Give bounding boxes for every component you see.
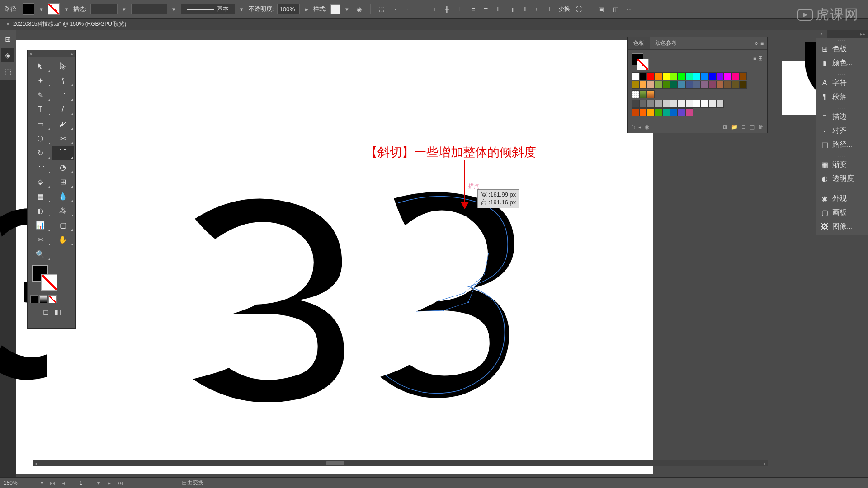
artboard-number[interactable]: 1 [71, 480, 91, 486]
scroll-left-icon[interactable]: ◂ [33, 460, 39, 466]
swatch-color[interactable] [670, 72, 678, 80]
crop-icon[interactable]: ⬚ [376, 4, 387, 14]
pen-tool[interactable]: ✎ [29, 88, 51, 102]
scroll-right-icon[interactable]: ▸ [761, 460, 768, 466]
stroke-weight-dd[interactable]: ▾ [121, 6, 127, 13]
edit-swatch-icon[interactable]: ◫ [750, 124, 755, 130]
swatch-color[interactable] [716, 72, 724, 80]
transform-icon[interactable]: ⛶ [574, 4, 585, 14]
brush-dd[interactable]: ▾ [239, 6, 245, 13]
swatch-color[interactable] [685, 72, 693, 80]
swatch-color[interactable] [655, 100, 662, 108]
swatch-color[interactable] [701, 100, 708, 108]
horizontal-scrollbar[interactable]: ◂ ▸ [33, 460, 768, 466]
zoom-dd[interactable]: ▾ [39, 480, 45, 486]
opacity-dd[interactable]: ▸ [303, 6, 310, 13]
swatch-color[interactable] [685, 100, 693, 108]
artboard-dd-icon[interactable]: ▾ [95, 479, 102, 487]
dock-gradient[interactable]: ▦渐变 [816, 158, 868, 172]
panel-menu-icon[interactable]: ≡ [760, 40, 764, 47]
shaper-tool[interactable]: ⬡ [29, 131, 51, 145]
symbol-sprayer-tool[interactable]: ⁂ [52, 204, 74, 217]
swatch-color[interactable] [739, 72, 747, 80]
tab-swatches[interactable]: 色板 [628, 37, 650, 49]
prev-artboard-icon[interactable]: ◂ [60, 479, 67, 487]
tab-close-icon[interactable]: × [6, 21, 9, 28]
tab-color-guide[interactable]: 颜色参考 [650, 37, 682, 49]
swatch-color[interactable] [693, 81, 701, 89]
swatch-color[interactable] [662, 100, 670, 108]
swatch-color[interactable] [632, 108, 639, 116]
stroke-swatch[interactable] [48, 3, 60, 15]
magic-wand-tool[interactable]: ✦ [29, 74, 51, 87]
swatch-color[interactable] [708, 72, 716, 80]
swatch-color[interactable] [701, 81, 708, 89]
brush-preview[interactable]: 基本 [181, 4, 235, 14]
dock-stroke[interactable]: ≡描边 [816, 110, 868, 124]
panel-collapse-icon[interactable]: » [755, 40, 758, 47]
swatch-color[interactable] [632, 72, 639, 80]
dist-7-icon[interactable]: ⫲ [544, 4, 555, 14]
dock-character[interactable]: A字符 [816, 76, 868, 90]
shape-builder-tool[interactable]: ◔ [52, 160, 74, 174]
gradient-tool[interactable]: ▦ [29, 189, 51, 203]
swatch-color[interactable] [701, 72, 708, 80]
last-artboard-icon[interactable]: ⏭ [117, 479, 124, 487]
list-view-icon[interactable]: ≡ [753, 55, 756, 61]
swatch-color[interactable] [685, 108, 693, 116]
draw-behind-icon[interactable]: ◧ [52, 307, 62, 317]
swatch-color[interactable] [655, 81, 662, 89]
profile-input[interactable] [131, 4, 167, 14]
new-group-icon[interactable]: ⊞ [723, 124, 727, 130]
fill-swatch[interactable] [23, 3, 34, 15]
style-swatch[interactable] [330, 4, 340, 14]
perspective-tool[interactable]: ⬙ [29, 175, 51, 188]
dock-transparency[interactable]: ◐透明度 [816, 172, 868, 186]
swatch-color[interactable] [678, 72, 685, 80]
align-top-icon[interactable]: ⟂ [429, 4, 440, 14]
new-folder-icon[interactable]: 📁 [731, 124, 738, 130]
dock-handle[interactable] [816, 72, 868, 76]
swatch-color[interactable] [708, 81, 716, 89]
swatch-color[interactable] [693, 100, 701, 108]
swatch-color[interactable] [639, 100, 647, 108]
free-transform-tool[interactable]: ⛶ [52, 146, 74, 160]
style-dd[interactable]: ▾ [344, 6, 350, 13]
swatch-color[interactable] [739, 81, 747, 89]
swatch-color[interactable] [647, 81, 655, 89]
dist-5-icon[interactable]: ⫵ [519, 4, 530, 14]
blend-tool[interactable]: ◐ [29, 204, 51, 217]
dist-4-icon[interactable]: ⫼ [507, 4, 518, 14]
swatch-color[interactable] [655, 72, 662, 80]
dock-artboards[interactable]: ▢画板 [816, 206, 868, 220]
dist-6-icon[interactable]: ⫶ [532, 4, 542, 14]
opacity-input[interactable] [277, 4, 300, 14]
arrange-icon[interactable]: ◫ [610, 4, 621, 14]
swatch-color[interactable] [693, 72, 701, 80]
slice-tool[interactable]: ✄ [29, 233, 51, 246]
draw-normal-icon[interactable]: ◻ [41, 307, 51, 317]
swatch-color[interactable] [662, 108, 670, 116]
dist-1-icon[interactable]: ≡ [468, 4, 479, 14]
swatch-color[interactable] [670, 100, 678, 108]
swatch-pattern[interactable] [632, 90, 639, 98]
stroke-color-box[interactable] [41, 274, 57, 291]
glyph-3-transformed[interactable] [373, 189, 518, 406]
fill-dropdown[interactable]: ▾ [38, 6, 44, 13]
dock-handle[interactable] [816, 38, 868, 42]
align-bottom-icon[interactable]: ⊥ [454, 4, 465, 14]
swatch-color[interactable] [639, 108, 647, 116]
current-stroke[interactable] [637, 59, 649, 70]
paintbrush-tool[interactable]: 🖌 [52, 117, 74, 131]
eyedropper-tool[interactable]: 💧 [52, 189, 74, 203]
dock-close-icon[interactable]: × [816, 30, 827, 38]
swatch-color[interactable] [647, 108, 655, 116]
direct-selection-tool[interactable] [52, 59, 74, 73]
libraries-icon[interactable]: ⎙ [632, 124, 635, 130]
swatch-color[interactable] [639, 72, 647, 80]
swatch-color[interactable] [632, 100, 639, 108]
delete-swatch-icon[interactable]: 🗑 [758, 124, 764, 130]
color-none-icon[interactable] [48, 295, 57, 303]
width-tool[interactable]: 〰 [29, 160, 51, 174]
line-tool[interactable]: / [52, 103, 74, 116]
